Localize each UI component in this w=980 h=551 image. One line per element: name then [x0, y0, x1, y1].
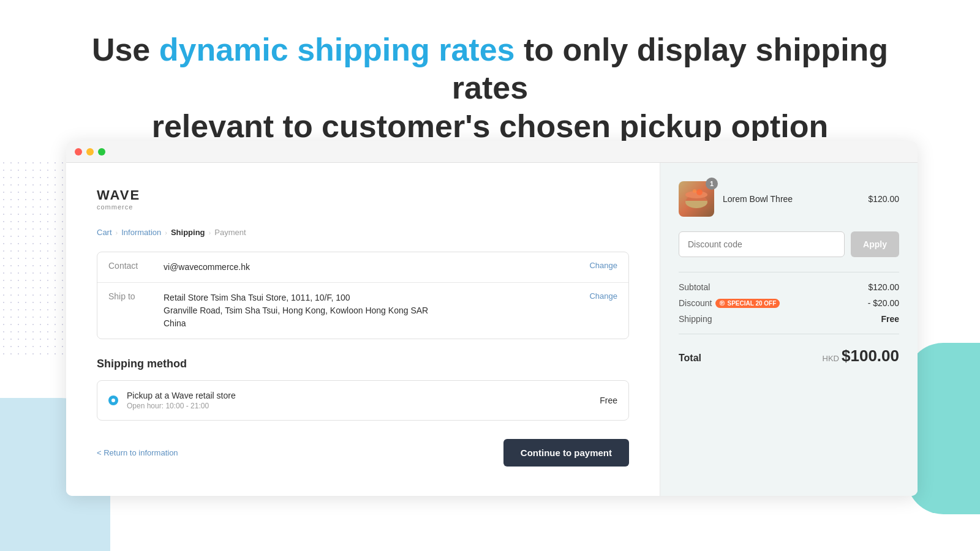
discount-badge: SPECIAL 20 OFF — [715, 299, 780, 308]
product-price: $120.00 — [868, 194, 899, 204]
discount-text: Discount — [679, 298, 712, 308]
breadcrumb-chevron-1: › — [116, 229, 118, 236]
radio-inner — [111, 399, 115, 402]
left-panel: WAVE commerce Cart › Information › Shipp… — [66, 163, 660, 496]
info-table: Contact vi@wavecommerce.hk Change Ship t… — [97, 252, 629, 339]
shipto-label: Ship to — [108, 291, 164, 301]
right-panel: 1 Lorem Bowl Three $120.00 — [660, 163, 918, 496]
discount-value: - $20.00 — [868, 298, 899, 308]
product-name: Lorem Bowl Three — [723, 194, 859, 204]
svg-point-1 — [685, 191, 707, 198]
total-currency: HKD — [823, 354, 839, 363]
header-prefix: Use — [92, 32, 159, 67]
breadcrumb-chevron-3: › — [209, 229, 211, 236]
total-label: Total — [679, 353, 701, 364]
breadcrumb: Cart › Information › Shipping › Payment — [97, 228, 629, 237]
contact-change[interactable]: Change — [589, 261, 617, 270]
breadcrumb-shipping: Shipping — [171, 228, 205, 237]
breadcrumb-information[interactable]: Information — [121, 228, 161, 237]
divider-1 — [679, 272, 899, 272]
discount-row: Apply — [679, 231, 899, 257]
shipping-option-price: Free — [600, 395, 617, 405]
contact-value: vi@wavecommerce.hk — [164, 261, 589, 274]
contact-row: Contact vi@wavecommerce.hk Change — [97, 252, 628, 283]
shipping-method-title: Shipping method — [97, 358, 629, 370]
discount-badge-text: SPECIAL 20 OFF — [727, 300, 776, 307]
header-line2: relevant to customer's chosen pickup opt… — [152, 108, 829, 144]
shipto-row: Ship to Retail Store Tsim Sha Tsui Store… — [97, 283, 628, 339]
divider-2 — [679, 334, 899, 334]
shipping-summary-label: Shipping — [679, 314, 712, 324]
total-row: Total HKD$100.00 — [679, 347, 899, 365]
breadcrumb-cart[interactable]: Cart — [97, 228, 112, 237]
svg-point-5 — [721, 302, 722, 303]
shipping-summary-row: Shipping Free — [679, 314, 899, 324]
dot-green[interactable] — [98, 148, 105, 156]
shipping-option-hours: Open hour: 10:00 - 21:00 — [127, 402, 591, 410]
shipping-summary-value: Free — [881, 314, 899, 324]
total-amount: $100.00 — [842, 347, 899, 365]
product-badge: 1 — [706, 178, 718, 190]
shipping-option-name: Pickup at a Wave retail store — [127, 391, 591, 400]
subtotal-value: $120.00 — [868, 282, 899, 292]
browser-content: WAVE commerce Cart › Information › Shipp… — [66, 163, 918, 496]
discount-summary-row: Discount SPECIAL 20 OFF - $20.00 — [679, 298, 899, 308]
panel-footer: < Return to information Continue to paym… — [97, 439, 629, 467]
header-section: Use dynamic shipping rates to only displ… — [0, 0, 980, 163]
breadcrumb-payment: Payment — [214, 228, 246, 237]
subtotal-row: Subtotal $120.00 — [679, 282, 899, 292]
subtotal-label: Subtotal — [679, 282, 710, 292]
brand-sub: commerce — [97, 203, 629, 211]
shipping-label: Pickup at a Wave retail store Open hour:… — [127, 391, 591, 410]
svg-point-3 — [693, 189, 696, 193]
browser-window: WAVE commerce Cart › Information › Shipp… — [66, 141, 918, 496]
browser-titlebar — [66, 141, 918, 163]
total-value: HKD$100.00 — [823, 347, 899, 365]
product-image-wrap: 1 — [679, 181, 714, 217]
discount-summary-label: Discount SPECIAL 20 OFF — [679, 298, 780, 308]
product-item: 1 Lorem Bowl Three $120.00 — [679, 181, 899, 217]
tag-icon — [719, 300, 725, 306]
bg-teal-shape — [907, 343, 980, 514]
discount-input[interactable] — [679, 231, 845, 257]
brand-logo: WAVE commerce — [97, 187, 629, 211]
header-suffix: to only display shipping rates — [452, 32, 888, 105]
header-title: Use dynamic shipping rates to only displ… — [61, 31, 919, 145]
contact-label: Contact — [108, 261, 164, 271]
brand-name: WAVE — [97, 187, 629, 203]
shipping-option[interactable]: Pickup at a Wave retail store Open hour:… — [97, 380, 629, 421]
continue-button[interactable]: Continue to payment — [503, 439, 629, 467]
dot-red[interactable] — [75, 148, 82, 156]
header-highlight: dynamic shipping rates — [159, 32, 515, 67]
shipto-value: Retail Store Tsim Sha Tsui Store, 1011, … — [164, 291, 589, 330]
breadcrumb-chevron-2: › — [165, 229, 167, 236]
dot-yellow[interactable] — [86, 148, 94, 156]
return-link[interactable]: < Return to information — [97, 448, 178, 457]
shipto-change[interactable]: Change — [589, 291, 617, 301]
radio-button[interactable] — [108, 395, 118, 405]
bg-dots-decoration — [0, 159, 74, 355]
apply-button[interactable]: Apply — [851, 231, 899, 257]
svg-point-2 — [696, 189, 703, 195]
